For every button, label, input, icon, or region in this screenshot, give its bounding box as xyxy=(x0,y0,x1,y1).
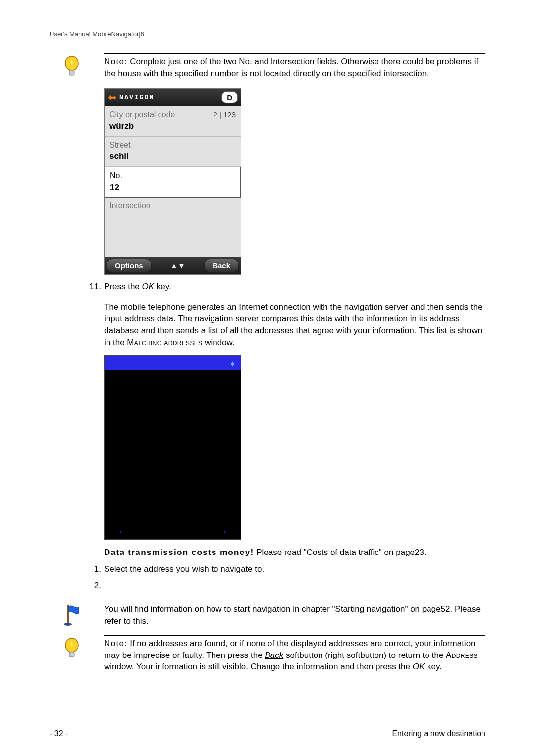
step-1: 1. Select the address you wish to naviga… xyxy=(84,563,485,575)
address-input-screen: NAVIGON D 2 | 123 City or postal code wü… xyxy=(104,88,241,275)
server-paragraph: The mobile telephone generates an Intern… xyxy=(104,302,485,349)
country-button[interactable]: D xyxy=(221,91,238,103)
note-block-2: Note: If no addresses are found, or if n… xyxy=(104,635,485,675)
page-number: - 32 - xyxy=(50,728,68,739)
intersection-value xyxy=(109,212,236,224)
step-11: 11. Press the OK key. xyxy=(84,281,485,293)
step-1-text: Select the address you wish to navigate … xyxy=(104,563,264,575)
note2-b: softbutton (right softbutton) to return … xyxy=(283,651,446,660)
intersection-field[interactable]: Intersection xyxy=(105,198,241,227)
no-field-link: No. xyxy=(239,57,252,66)
note2-c: window. Your information is still visibl… xyxy=(104,662,413,671)
house-number-field[interactable]: No. 12 xyxy=(105,167,241,198)
page-header: User's Manual MobileNavigator|6 xyxy=(50,30,485,39)
back-softbutton-link: Back xyxy=(265,651,283,660)
step-2-number: 2. xyxy=(84,580,101,592)
navigon-brand-text: NAVIGON xyxy=(119,93,155,102)
step-11a: Press the xyxy=(104,282,142,291)
no-value: 12 xyxy=(110,182,235,194)
ok-key-link: OK xyxy=(142,282,155,291)
svg-rect-5 xyxy=(69,652,74,657)
step-2: 2. xyxy=(84,580,485,592)
street-label: Street xyxy=(109,140,236,151)
note-lead: Note: xyxy=(104,57,127,66)
options-softkey[interactable]: Options xyxy=(107,259,152,272)
matching-addresses-window: Matching addresses xyxy=(127,338,202,347)
city-field[interactable]: 2 | 123 City or postal code würzb xyxy=(105,106,241,137)
street-value: schil xyxy=(109,151,236,162)
cost-body: Please read "Costs of data traffic" on p… xyxy=(254,548,427,557)
no-label: No. xyxy=(110,170,235,181)
loading-spinner-icon: ✶ xyxy=(105,359,241,369)
tip-bulb-icon xyxy=(63,55,81,78)
navigon-logo: NAVIGON xyxy=(107,93,155,102)
loading-softkey-hints: •• xyxy=(105,528,241,539)
svg-point-3 xyxy=(64,623,72,626)
city-value: würzb xyxy=(109,120,236,132)
city-suggestion-count: 2 | 123 xyxy=(213,109,236,120)
section-title: Entering a new destination xyxy=(392,728,485,739)
step-11b: key. xyxy=(154,282,171,291)
ok-key-link-2: OK xyxy=(413,662,425,671)
intersection-label: Intersection xyxy=(109,201,236,211)
svg-rect-1 xyxy=(69,70,74,75)
step-1-number: 1. xyxy=(84,563,101,575)
reference-flag-icon xyxy=(63,604,81,626)
dpad-icon: ▲▼ xyxy=(170,260,185,271)
cost-lead: Data transmission costs money! xyxy=(104,548,254,557)
cost-warning: Data transmission costs money! Please re… xyxy=(104,547,485,558)
tip-bulb-icon xyxy=(63,637,81,660)
street-field[interactable]: Street schil xyxy=(105,137,241,167)
address-window: Address xyxy=(446,651,478,660)
note1-body1: Complete just one of the two xyxy=(127,57,239,66)
svg-rect-2 xyxy=(67,605,69,623)
intersection-field-link: Intersection xyxy=(271,57,315,66)
phone-softkey-bar: Options ▲▼ Back xyxy=(105,257,241,274)
note1-and: and xyxy=(252,57,271,66)
back-softkey[interactable]: Back xyxy=(204,259,239,272)
note2-lead: Note: xyxy=(104,639,127,648)
start-navigation-reference: You will find information on how to star… xyxy=(104,604,485,627)
note-block-1: Note: Complete just one of the two No. a… xyxy=(104,53,485,82)
phone-titlebar: NAVIGON D xyxy=(105,89,241,106)
note2-d: key. xyxy=(425,662,442,671)
matching-addresses-loading-screen: ✶ •• xyxy=(104,355,241,540)
step-11-number: 11. xyxy=(84,281,101,293)
navigon-arrow-icon xyxy=(107,93,117,102)
page-footer: - 32 - Entering a new destination xyxy=(50,724,485,739)
